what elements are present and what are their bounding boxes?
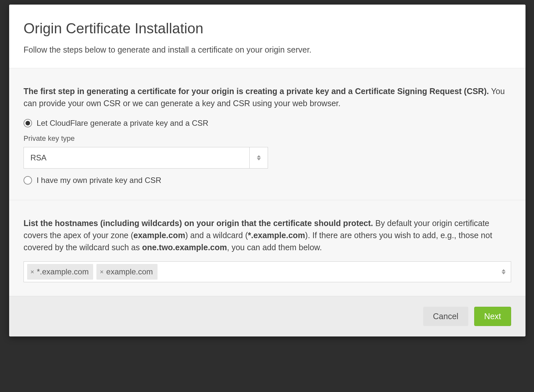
section-private-key: The first step in generating a certifica… bbox=[9, 68, 526, 200]
radio-icon bbox=[24, 119, 32, 127]
hostname-chip[interactable]: × example.com bbox=[96, 264, 157, 280]
section-hostnames: List the hostnames (including wildcards)… bbox=[9, 200, 526, 296]
radio-icon bbox=[24, 176, 32, 185]
modal-title: Origin Certificate Installation bbox=[24, 18, 511, 39]
radio-generate-label: Let CloudFlare generate a private key an… bbox=[37, 117, 209, 129]
chevron-updown-icon bbox=[502, 269, 506, 274]
radio-generate-row[interactable]: Let CloudFlare generate a private key an… bbox=[24, 117, 511, 129]
step2-bold: List the hostnames (including wildcards)… bbox=[24, 219, 373, 228]
hostname-chip-label: *.example.com bbox=[37, 266, 89, 278]
step2-description: List the hostnames (including wildcards)… bbox=[24, 217, 511, 253]
hostname-chip[interactable]: × *.example.com bbox=[27, 264, 93, 280]
close-icon[interactable]: × bbox=[30, 269, 34, 275]
radio-own-row[interactable]: I have my own private key and CSR bbox=[24, 174, 511, 186]
hostname-chip-label: example.com bbox=[106, 266, 153, 278]
private-key-type-value: RSA bbox=[24, 147, 249, 168]
hostnames-input[interactable]: × *.example.com × example.com bbox=[24, 261, 511, 282]
chevron-updown-icon bbox=[249, 147, 268, 168]
next-button[interactable]: Next bbox=[474, 307, 511, 326]
private-key-type-label: Private key type bbox=[24, 133, 511, 144]
radio-own-label: I have my own private key and CSR bbox=[37, 174, 161, 186]
modal-footer: Cancel Next bbox=[9, 296, 526, 336]
cancel-button[interactable]: Cancel bbox=[423, 307, 468, 326]
step1-description: The first step in generating a certifica… bbox=[24, 85, 511, 109]
step1-bold: The first step in generating a certifica… bbox=[24, 87, 489, 96]
modal-header: Origin Certificate Installation Follow t… bbox=[9, 5, 526, 68]
modal-subtitle: Follow the steps below to generate and i… bbox=[24, 44, 511, 56]
close-icon[interactable]: × bbox=[100, 269, 104, 275]
origin-cert-modal: Origin Certificate Installation Follow t… bbox=[9, 5, 526, 336]
private-key-type-select[interactable]: RSA bbox=[24, 147, 268, 169]
